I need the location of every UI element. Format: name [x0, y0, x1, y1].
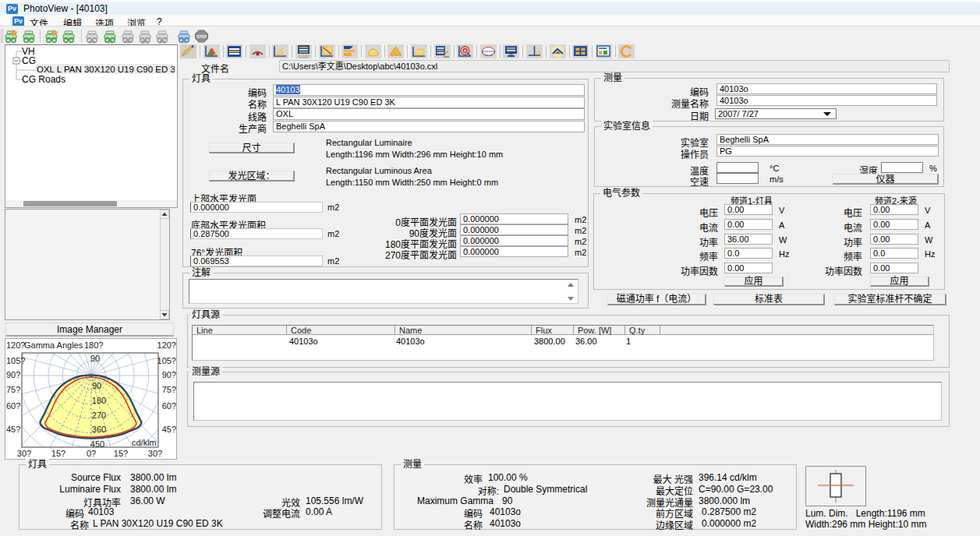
svg-text:TXT: TXT [107, 41, 114, 44]
svg-text:JPG: JPG [89, 41, 96, 44]
svg-text:JPG: JPG [159, 41, 166, 44]
svg-text:PXP: PXP [124, 41, 131, 44]
svg-text:EPS: EPS [141, 41, 148, 44]
svg-text:TXT: TXT [181, 41, 188, 44]
svg-text:STOP: STOP [196, 35, 206, 39]
svg-text:UGR: UGR [299, 55, 310, 59]
